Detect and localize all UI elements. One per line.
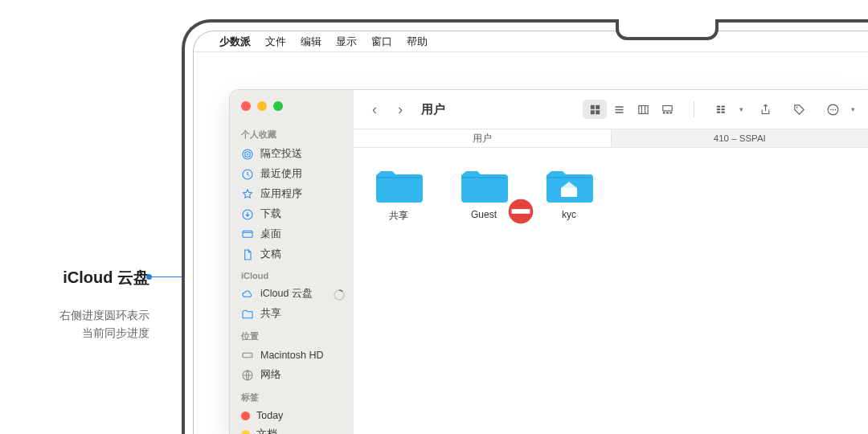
finder-window: 个人收藏 隔空投送 最近使用 应用程序 下载 [229, 89, 868, 434]
minimize-button[interactable] [257, 101, 267, 111]
chevron-down-icon: ▾ [739, 105, 743, 113]
tag-dot-yellow [241, 430, 250, 434]
menubar-item-view[interactable]: 显示 [336, 35, 357, 49]
svg-point-28 [832, 108, 833, 110]
sidebar-section-favorites: 个人收藏 [241, 129, 347, 141]
share-button[interactable] [753, 100, 777, 119]
svg-point-27 [829, 108, 831, 110]
folder-kyc[interactable]: kyc [540, 167, 598, 220]
callout-desc: 右侧进度圆环表示 当前同步进度 [29, 306, 149, 342]
sidebar-section-tags: 标签 [241, 391, 347, 403]
sidebar: 个人收藏 隔空投送 最近使用 应用程序 下载 [230, 90, 354, 434]
finder-content: ‹ › 用户 ▾ ▾ [354, 90, 868, 434]
sidebar-item-airdrop[interactable]: 隔空投送 [238, 144, 347, 164]
tab-410-sspai[interactable]: 410 – SSPAI [612, 129, 869, 147]
menubar-item-window[interactable]: 窗口 [371, 35, 392, 49]
svg-rect-19 [716, 105, 719, 107]
clock-icon [241, 168, 254, 181]
sidebar-item-macintosh-hd[interactable]: Macintosh HD [238, 346, 347, 365]
svg-rect-5 [243, 231, 252, 237]
svg-rect-23 [716, 111, 719, 113]
sidebar-item-shared[interactable]: 共享 [238, 304, 347, 324]
laptop-notch [616, 19, 719, 40]
nav-back-button[interactable]: ‹ [366, 101, 383, 118]
tab-users[interactable]: 用户 [354, 129, 612, 147]
menubar: 少数派 文件 编辑 显示 窗口 帮助 [194, 31, 868, 52]
document-icon [241, 248, 254, 261]
file-grid: 共享 Guest kyc [354, 148, 868, 434]
folder-shared[interactable]: 共享 [370, 167, 428, 223]
folder-icon [375, 167, 423, 204]
airdrop-icon [241, 148, 254, 161]
svg-rect-32 [512, 209, 530, 214]
sidebar-tag-docs[interactable]: 文档 [238, 424, 347, 434]
tags-button[interactable] [787, 100, 811, 119]
svg-rect-10 [590, 104, 594, 108]
svg-point-8 [250, 354, 251, 355]
chevron-down-icon: ▾ [851, 105, 855, 113]
sidebar-item-network[interactable]: 网络 [238, 365, 347, 385]
svg-rect-12 [590, 110, 594, 114]
svg-rect-24 [721, 111, 724, 113]
svg-rect-16 [662, 112, 665, 113]
tag-dot-red [241, 411, 250, 420]
toolbar: ‹ › 用户 ▾ ▾ [354, 90, 868, 129]
sidebar-item-downloads[interactable]: 下载 [238, 204, 347, 224]
svg-rect-17 [666, 112, 669, 113]
close-button[interactable] [241, 101, 251, 111]
svg-rect-22 [721, 108, 724, 110]
group-by-button[interactable] [709, 100, 733, 119]
applications-icon [241, 188, 254, 201]
toolbar-title: 用户 [421, 102, 445, 117]
sidebar-item-desktop[interactable]: 桌面 [238, 224, 347, 244]
menubar-item-edit[interactable]: 编辑 [301, 35, 321, 49]
sidebar-section-icloud: iCloud [241, 271, 347, 280]
desktop-icon [241, 228, 254, 241]
laptop-frame: 少数派 文件 编辑 显示 窗口 帮助 个人收藏 隔空投送 [182, 19, 868, 434]
svg-point-25 [796, 106, 797, 108]
no-access-badge-icon [497, 193, 510, 206]
shared-folder-icon [241, 308, 254, 321]
view-icons-button[interactable] [583, 100, 607, 119]
svg-rect-21 [716, 108, 719, 110]
sidebar-item-icloud-drive[interactable]: iCloud 云盘 [238, 284, 347, 304]
menubar-app[interactable]: 少数派 [219, 35, 251, 49]
sidebar-section-locations: 位置 [241, 330, 347, 342]
svg-rect-18 [669, 112, 672, 113]
view-switcher [583, 100, 679, 119]
callout: iCloud 云盘 右侧进度圆环表示 当前同步进度 [29, 267, 149, 342]
svg-rect-15 [662, 105, 671, 110]
view-columns-button[interactable] [631, 100, 655, 119]
harddrive-icon [241, 349, 254, 362]
folder-icon [460, 167, 508, 204]
menubar-item-file[interactable]: 文件 [265, 35, 286, 49]
callout-title: iCloud 云盘 [29, 267, 149, 289]
download-icon [241, 208, 254, 221]
menubar-item-help[interactable]: 帮助 [407, 35, 428, 49]
cloud-icon [241, 288, 254, 301]
sync-progress-icon [333, 289, 344, 300]
sidebar-item-applications[interactable]: 应用程序 [238, 184, 347, 204]
fullscreen-button[interactable] [273, 101, 283, 111]
globe-icon [241, 369, 254, 382]
folder-guest[interactable]: Guest [455, 167, 513, 220]
view-list-button[interactable] [607, 100, 631, 119]
window-controls [238, 101, 347, 111]
home-folder-icon [545, 167, 593, 204]
svg-point-29 [834, 108, 836, 110]
tab-bar: 用户 410 – SSPAI [354, 129, 868, 148]
svg-rect-11 [596, 104, 600, 108]
svg-rect-13 [596, 110, 600, 114]
view-gallery-button[interactable] [655, 100, 679, 119]
nav-forward-button[interactable]: › [392, 101, 408, 118]
svg-rect-20 [721, 105, 724, 107]
sidebar-item-documents[interactable]: 文稿 [238, 244, 347, 264]
sidebar-tag-today[interactable]: Today [238, 407, 347, 424]
svg-rect-14 [638, 105, 647, 113]
more-button[interactable] [821, 100, 845, 119]
svg-point-2 [247, 153, 248, 154]
sidebar-item-recents[interactable]: 最近使用 [238, 164, 347, 184]
